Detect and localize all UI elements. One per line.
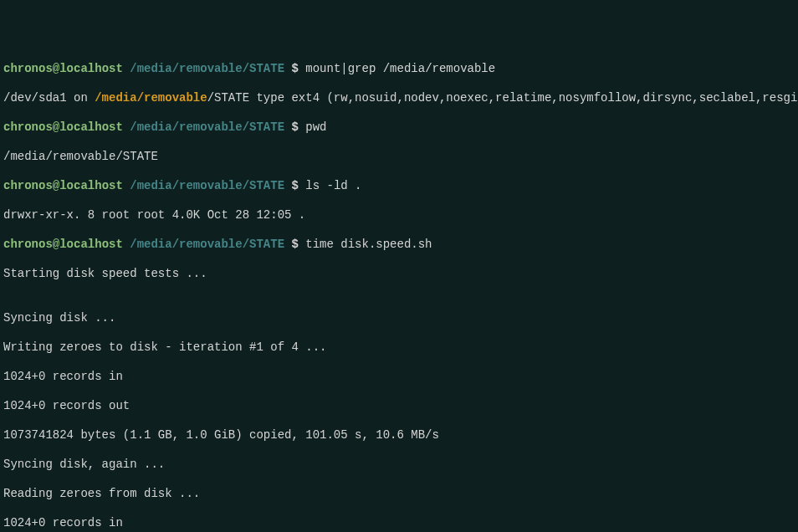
- mount-output: /dev/sda1 on /media/removable/STATE type…: [3, 91, 795, 106]
- grep-match: /media/removable: [95, 91, 207, 105]
- prompt-symbol: $: [291, 62, 305, 75]
- iter1-write-result: 1073741824 bytes (1.1 GB, 1.0 GiB) copie…: [3, 428, 795, 443]
- ls-output: drwxr-xr-x. 8 root root 4.0K Oct 28 12:0…: [3, 208, 795, 223]
- prompt-line-1: chronos@localhost /media/removable/STATE…: [3, 62, 795, 77]
- reading-line: Reading zeroes from disk ...: [3, 487, 795, 502]
- script-start: Starting disk speed tests ...: [3, 267, 795, 282]
- prompt-line-4: chronos@localhost /media/removable/STATE…: [3, 238, 795, 253]
- prompt-line-3: chronos@localhost /media/removable/STATE…: [3, 179, 795, 194]
- sync-again-line: Syncing disk, again ...: [3, 458, 795, 473]
- records-out: 1024+0 records out: [3, 399, 795, 414]
- records-in: 1024+0 records in: [3, 516, 795, 531]
- prompt-path: /media/removable/STATE: [123, 62, 292, 75]
- command-text: mount|grep: [305, 62, 382, 75]
- prompt-user: chronos: [3, 62, 53, 75]
- terminal-output[interactable]: chronos@localhost /media/removable/STATE…: [3, 62, 795, 532]
- records-in: 1024+0 records in: [3, 370, 795, 385]
- prompt-line-2: chronos@localhost /media/removable/STATE…: [3, 120, 795, 136]
- sync-line: Syncing disk ...: [3, 311, 795, 326]
- command-text: time disk.speed.sh: [305, 238, 432, 251]
- command-text: ls -ld .: [305, 179, 361, 192]
- command-arg: /media/removable: [383, 62, 495, 75]
- pwd-output: /media/removable/STATE: [3, 150, 795, 165]
- iter1-writing: Writing zeroes to disk - iteration #1 of…: [3, 340, 795, 356]
- prompt-at: @: [53, 62, 59, 75]
- command-text: pwd: [305, 120, 326, 134]
- prompt-host: localhost: [59, 62, 123, 75]
